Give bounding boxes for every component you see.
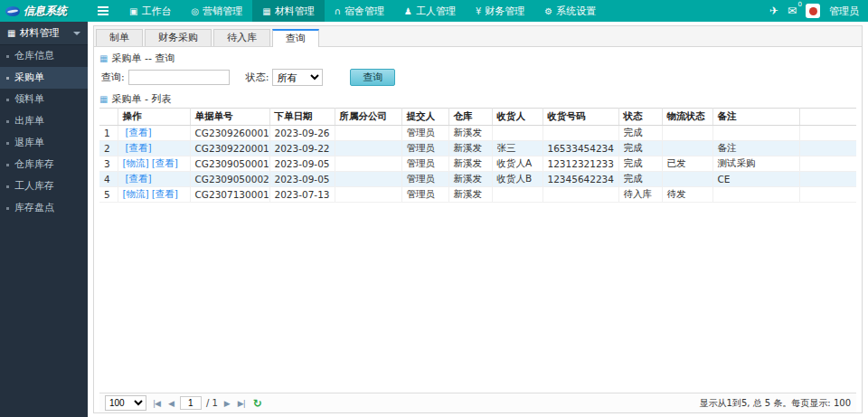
view-link[interactable]: [查看] [126, 173, 152, 184]
app-logo: 信息系统 [0, 4, 90, 19]
order-date-cell: 2023-09-26 [269, 126, 335, 141]
logistics-status-cell: 待发 [662, 187, 712, 203]
search-input[interactable] [128, 70, 230, 85]
page-size-select[interactable]: 100 [105, 395, 146, 411]
refresh-icon[interactable]: ↻ [253, 397, 262, 410]
main-menu: ▣ 工作台 ◎ 营销管理 ▦ 材料管理 ∩ 宿舍管理 ♟ 工人管理 ¥ 财务管理… [119, 0, 606, 22]
actions-cell: [查看] [118, 141, 190, 156]
list-panel-title: ▦ 采购单 - 列表 [99, 92, 856, 106]
branch-cell [335, 187, 401, 203]
status-cell: 完成 [618, 141, 662, 156]
menu-item-label: 工人管理 [416, 5, 456, 18]
tab-pending-inbound[interactable]: 待入库 [213, 29, 270, 46]
tab-finance-purchase[interactable]: 财务采购 [145, 29, 212, 46]
table-row[interactable]: 4 [查看] CG2309050002 2023-09-05 管理员 新溪发 收… [99, 172, 856, 187]
first-page-icon[interactable]: |◀ [151, 399, 162, 408]
status-cell: 完成 [618, 156, 662, 172]
prev-page-icon[interactable]: ◀ [166, 399, 175, 408]
logistics-link[interactable]: [物流] [123, 157, 149, 168]
row-index: 3 [99, 156, 118, 172]
sidebar-item-outbound-order[interactable]: 出库单 [0, 110, 88, 132]
menu-item-workbench[interactable]: ▣ 工作台 [119, 0, 181, 22]
sidebar-item-worker-stock[interactable]: 工人库存 [0, 175, 88, 197]
view-link[interactable]: [查看] [152, 157, 178, 168]
avatar-logo-icon [809, 7, 817, 15]
tab-query[interactable]: 查询 [272, 29, 319, 47]
view-link[interactable]: [查看] [152, 188, 178, 199]
message-icon[interactable]: ✉ 0 [788, 5, 797, 17]
col-warehouse: 仓库 [448, 109, 492, 126]
logistics-status-cell: 已发 [662, 156, 712, 172]
warehouse-cell: 新溪发 [448, 187, 492, 203]
status-cell: 完成 [618, 172, 662, 187]
worker-icon: ♟ [404, 6, 412, 16]
remark-cell [712, 126, 799, 141]
logistics-link[interactable]: [物流] [123, 188, 149, 199]
col-order-no: 单据单号 [190, 109, 269, 126]
logistics-status-cell [662, 141, 712, 156]
tab-create-order[interactable]: 制单 [96, 29, 143, 46]
col-status: 状态 [618, 109, 662, 126]
branch-cell [335, 156, 401, 172]
col-receiver: 收货人 [492, 109, 542, 126]
query-button[interactable]: 查询 [350, 69, 395, 86]
remark-cell: 备注 [712, 141, 799, 156]
main-content: 制单 财务采购 待入库 查询 ▦ 采购单 -- 查询 查询: 状态: 所有 [88, 22, 868, 417]
filler-cell [799, 141, 856, 156]
user-avatar[interactable] [806, 4, 820, 18]
menu-item-dormitory[interactable]: ∩ 宿舍管理 [325, 0, 394, 22]
sidebar-header-materials[interactable]: ▦ 材料管理 [0, 22, 88, 45]
bullet-icon [6, 185, 9, 188]
sidebar-item-label: 工人库存 [14, 180, 54, 192]
menu-item-settings[interactable]: ⚙ 系统设置 [534, 0, 606, 22]
receiver-cell [492, 126, 542, 141]
table-row[interactable]: 3 [物流][查看] CG2309050001 2023-09-05 管理员 新… [99, 156, 856, 172]
warehouse-cell: 新溪发 [448, 172, 492, 187]
sidebar-menu: 仓库信息 采购单 领料单 出库单 退库单 仓库库存 工人库存 库存盘点 [0, 45, 88, 219]
next-page-icon[interactable]: ▶ [222, 399, 231, 408]
menu-item-marketing[interactable]: ◎ 营销管理 [181, 0, 252, 22]
bullet-icon [6, 99, 9, 101]
sidebar-item-requisition[interactable]: 领料单 [0, 89, 88, 110]
row-index: 4 [99, 172, 118, 187]
page-number-input[interactable] [180, 396, 202, 410]
purchase-order-table: 操作 单据单号 下单日期 所属分公司 提交人 仓库 收货人 收货号码 状态 物流… [99, 108, 856, 203]
sidebar-item-return-order[interactable]: 退库单 [0, 132, 88, 154]
menu-toggle-icon[interactable] [90, 6, 116, 15]
table-row[interactable]: 1 [查看] CG2309260001 2023-09-26 管理员 新溪发 完… [99, 126, 856, 141]
receiver-cell [492, 187, 542, 203]
table-row[interactable]: 5 [物流][查看] CG2307130001 2023-07-13 管理员 新… [99, 187, 856, 203]
sidebar-item-label: 采购单 [14, 71, 44, 83]
last-page-icon[interactable]: ▶| [236, 399, 247, 408]
view-link[interactable]: [查看] [126, 142, 152, 153]
menu-item-label: 工作台 [141, 5, 171, 18]
menu-item-materials[interactable]: ▦ 材料管理 [252, 0, 324, 22]
receiver-cell: 张三 [492, 141, 542, 156]
sidebar-item-stocktake[interactable]: 库存盘点 [0, 197, 88, 219]
status-select[interactable]: 所有 [272, 69, 323, 86]
view-link[interactable]: [查看] [126, 127, 152, 137]
menu-item-workers[interactable]: ♟ 工人管理 [394, 0, 466, 22]
sidebar-item-warehouse-info[interactable]: 仓库信息 [0, 45, 88, 67]
search-label: 查询: [101, 71, 125, 84]
username-label[interactable]: 管理员 [829, 5, 859, 18]
query-form: 查询: 状态: 所有 查询 [101, 69, 856, 86]
menu-item-finance[interactable]: ¥ 财务管理 [466, 0, 534, 22]
sidebar-item-purchase-order[interactable]: 采购单 [0, 67, 88, 89]
actions-cell: [查看] [118, 172, 190, 187]
query-panel-title-text: 采购单 -- 查询 [111, 52, 175, 65]
sidebar: ▦ 材料管理 仓库信息 采购单 领料单 出库单 退库单 仓库库存 工人库存 库存… [0, 22, 88, 417]
send-icon[interactable]: ✈ [769, 5, 778, 17]
filler-cell [799, 187, 856, 203]
table-row[interactable]: 2 [查看] CG2309220001 2023-09-22 管理员 新溪发 张… [99, 141, 856, 156]
sidebar-item-label: 退库单 [14, 137, 44, 148]
actions-cell: [查看] [118, 126, 190, 141]
page-count-label: / 1 [206, 398, 218, 408]
top-navbar: 信息系统 ▣ 工作台 ◎ 营销管理 ▦ 材料管理 ∩ 宿舍管理 ♟ 工人管理 ¥… [0, 0, 868, 22]
order-no-cell: CG2309050002 [190, 172, 269, 187]
sidebar-item-warehouse-stock[interactable]: 仓库库存 [0, 154, 88, 175]
filler-cell [799, 156, 856, 172]
sidebar-item-label: 库存盘点 [14, 202, 54, 213]
status-cell: 待入库 [618, 187, 662, 203]
bullet-icon [6, 164, 9, 166]
